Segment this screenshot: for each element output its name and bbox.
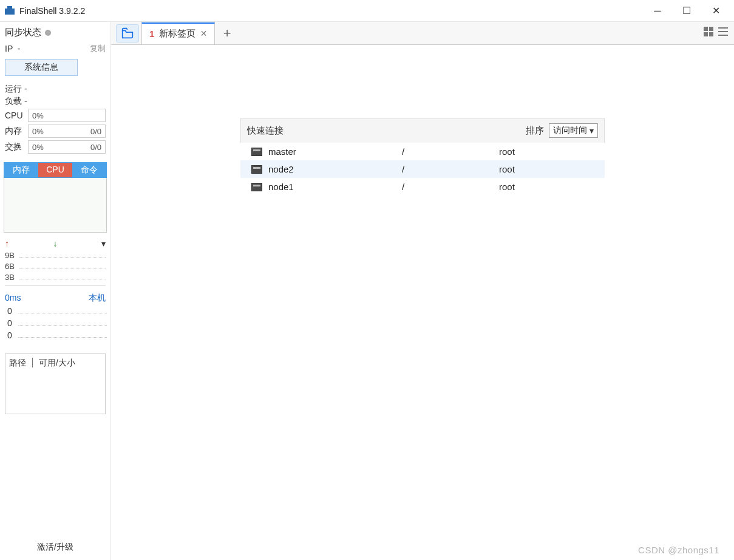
latency-graph: 0 0 0 bbox=[4, 305, 107, 341]
swap-label: 交换 bbox=[5, 142, 25, 152]
svg-rect-1 bbox=[7, 6, 12, 9]
watermark: CSDN @zhongs11 bbox=[638, 545, 719, 555]
ip-value: - bbox=[18, 44, 21, 53]
close-button[interactable]: ✕ bbox=[710, 6, 722, 16]
path-header-path: 路径 bbox=[9, 358, 26, 369]
svg-rect-0 bbox=[5, 9, 15, 15]
connection-name: master bbox=[268, 146, 402, 157]
graph-tick: 6B bbox=[5, 262, 19, 271]
net-arrows: ↑ ↓ ▾ bbox=[4, 239, 107, 248]
connection-path: / bbox=[402, 182, 499, 192]
svg-rect-5 bbox=[709, 32, 713, 36]
tab-memory[interactable]: 内存 bbox=[4, 163, 38, 177]
terminal-icon bbox=[251, 183, 262, 191]
quick-connect-title: 快速连接 bbox=[247, 125, 284, 137]
svg-rect-8 bbox=[718, 35, 728, 36]
path-header-size: 可用/大小 bbox=[39, 358, 75, 369]
sync-status-dot-icon bbox=[45, 30, 51, 36]
svg-rect-2 bbox=[704, 27, 708, 31]
mem-meter: 内存 0%0/0 bbox=[5, 125, 106, 138]
mem-value-right: 0/0 bbox=[90, 127, 101, 136]
system-info-button[interactable]: 系统信息 bbox=[5, 59, 78, 76]
net-graph: 9B 6B 3B bbox=[5, 250, 106, 285]
tab-cpu[interactable]: CPU bbox=[38, 163, 72, 177]
load-line: 负载 - bbox=[5, 96, 106, 107]
connection-path: / bbox=[402, 164, 499, 174]
download-arrow-icon: ↓ bbox=[53, 239, 58, 248]
tabbar: 1 新标签页 × + bbox=[111, 22, 734, 45]
svg-rect-3 bbox=[709, 27, 713, 31]
svg-rect-6 bbox=[718, 27, 728, 29]
monitor-tabs: 内存 CPU 命令 bbox=[4, 162, 107, 178]
sync-status: 同步状态 bbox=[5, 27, 106, 38]
menu-icon[interactable] bbox=[718, 27, 728, 39]
sidebar: 同步状态 IP - 复制 系统信息 运行 - 负载 - CPU 0% 内存 0%… bbox=[0, 22, 111, 560]
local-label[interactable]: 本机 bbox=[89, 293, 106, 304]
quick-connect-row[interactable]: node1 / root bbox=[240, 178, 605, 196]
tab-new[interactable]: 1 新标签页 × bbox=[141, 22, 215, 44]
latency-tick: 0 bbox=[7, 330, 12, 340]
latency-tick: 0 bbox=[7, 318, 12, 328]
tab-command[interactable]: 命令 bbox=[72, 163, 106, 177]
dropdown-arrow-icon[interactable]: ▾ bbox=[101, 239, 106, 248]
window-controls: ─ ☐ ✕ bbox=[651, 6, 729, 16]
monitor-chart bbox=[4, 178, 107, 233]
cpu-meter: CPU 0% bbox=[5, 109, 106, 122]
chevron-down-icon: ▾ bbox=[590, 126, 594, 135]
close-tab-icon[interactable]: × bbox=[200, 27, 207, 40]
ip-row: IP - 复制 bbox=[5, 43, 106, 54]
quick-connect-panel: 快速连接 排序 访问时间 ▾ master / root bbox=[240, 118, 605, 196]
sort-label: 排序 bbox=[526, 125, 544, 137]
content-area: 1 新标签页 × + 快速连接 排序 访问时间 bbox=[111, 22, 734, 560]
titlebar: FinalShell 3.9.2.2 ─ ☐ ✕ bbox=[0, 0, 734, 22]
folder-open-icon bbox=[121, 27, 134, 40]
graph-tick: 3B bbox=[5, 273, 19, 282]
window-title: FinalShell 3.9.2.2 bbox=[19, 6, 651, 16]
svg-rect-4 bbox=[704, 32, 708, 36]
tab-label: 新标签页 bbox=[159, 28, 195, 39]
add-tab-button[interactable]: + bbox=[217, 26, 237, 41]
connection-path: / bbox=[402, 146, 499, 157]
latency-tick: 0 bbox=[7, 306, 12, 316]
graph-tick: 9B bbox=[5, 251, 19, 260]
cpu-label: CPU bbox=[5, 111, 25, 120]
path-box: 路径 可用/大小 bbox=[5, 353, 106, 414]
quick-connect-header: 快速连接 排序 访问时间 ▾ bbox=[240, 118, 605, 143]
connection-name: node2 bbox=[268, 164, 402, 174]
latency-value: 0ms bbox=[5, 293, 21, 304]
sort-value: 访问时间 bbox=[553, 125, 587, 136]
swap-value-right: 0/0 bbox=[90, 143, 101, 152]
activate-upgrade-link[interactable]: 激活/升级 bbox=[4, 537, 107, 555]
sync-status-label: 同步状态 bbox=[5, 27, 41, 38]
connection-user: root bbox=[499, 182, 515, 192]
connection-name: node1 bbox=[268, 182, 402, 192]
open-connection-manager-button[interactable] bbox=[116, 24, 139, 43]
upload-arrow-icon: ↑ bbox=[5, 239, 9, 248]
swap-meter: 交换 0%0/0 bbox=[5, 140, 106, 154]
connection-user: root bbox=[499, 146, 515, 157]
svg-rect-7 bbox=[718, 31, 728, 32]
quick-connect-list: master / root node2 / root node1 / root bbox=[240, 143, 605, 196]
connection-user: root bbox=[499, 164, 515, 174]
copy-button[interactable]: 复制 bbox=[90, 43, 106, 54]
cpu-value: 0% bbox=[32, 111, 44, 120]
tab-number: 1 bbox=[149, 29, 154, 39]
mem-value-left: 0% bbox=[32, 127, 44, 136]
grid-view-icon[interactable] bbox=[704, 27, 713, 39]
minimize-button[interactable]: ─ bbox=[651, 6, 664, 16]
app-icon bbox=[5, 6, 15, 16]
ip-label: IP bbox=[5, 44, 13, 53]
latency-row: 0ms 本机 bbox=[5, 293, 106, 304]
terminal-icon bbox=[251, 148, 262, 156]
maximize-button[interactable]: ☐ bbox=[681, 6, 693, 16]
mem-label: 内存 bbox=[5, 126, 25, 137]
quick-connect-row[interactable]: node2 / root bbox=[240, 160, 605, 178]
swap-value-left: 0% bbox=[32, 143, 44, 152]
sort-select[interactable]: 访问时间 ▾ bbox=[549, 123, 598, 138]
running-line: 运行 - bbox=[5, 84, 106, 95]
terminal-icon bbox=[251, 165, 262, 174]
quick-connect-row[interactable]: master / root bbox=[240, 143, 605, 160]
